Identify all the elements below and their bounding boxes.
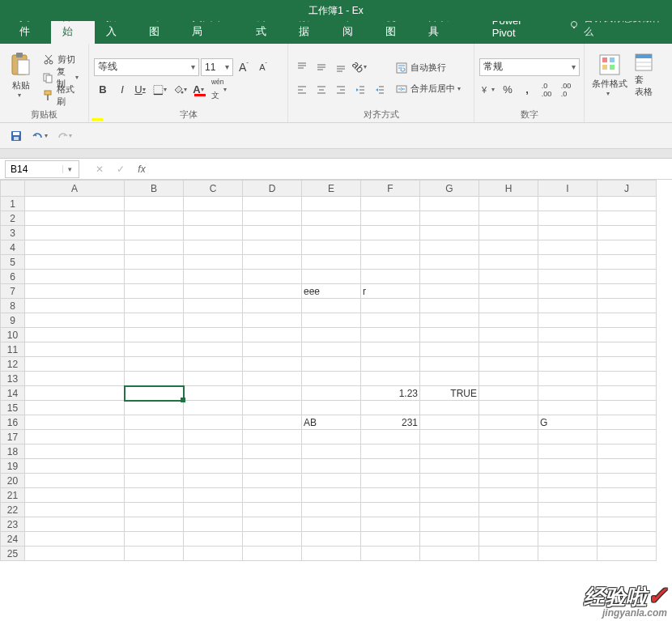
cell-C14[interactable] (184, 386, 243, 401)
cell-J14[interactable] (598, 386, 657, 401)
cell-I11[interactable] (538, 342, 598, 357)
align-right-button[interactable] (332, 81, 350, 99)
cell-G2[interactable] (420, 211, 479, 226)
cell-D16[interactable] (243, 415, 302, 430)
cell-H13[interactable] (479, 372, 538, 386)
cell-B7[interactable] (125, 284, 184, 299)
cell-A15[interactable] (25, 401, 125, 415)
cell-I21[interactable] (538, 488, 598, 503)
cell-D4[interactable] (243, 240, 302, 255)
cell-E7[interactable]: eee (302, 284, 361, 299)
cell-G22[interactable] (420, 503, 479, 517)
cell-C15[interactable] (184, 401, 243, 415)
cell-H16[interactable] (479, 415, 538, 430)
row-header-23[interactable]: 23 (1, 517, 25, 532)
cell-D18[interactable] (243, 444, 302, 459)
cell-E5[interactable] (302, 255, 361, 270)
align-left-button[interactable] (293, 81, 311, 99)
cell-B21[interactable] (125, 488, 184, 503)
cell-I25[interactable] (538, 547, 598, 561)
cell-F1[interactable] (361, 197, 420, 211)
cell-F7[interactable]: r (361, 284, 420, 299)
cell-D20[interactable] (243, 474, 302, 488)
select-all-corner[interactable] (1, 181, 25, 197)
cell-F22[interactable] (361, 503, 420, 517)
cell-C6[interactable] (184, 270, 243, 284)
cell-G4[interactable] (420, 240, 479, 255)
col-header-J[interactable]: J (598, 181, 657, 197)
format-table-button[interactable]: 套 表格 (630, 47, 657, 104)
cell-B25[interactable] (125, 547, 184, 561)
cell-C25[interactable] (184, 547, 243, 561)
cell-A17[interactable] (25, 430, 125, 444)
col-header-H[interactable]: H (479, 181, 538, 197)
cell-B24[interactable] (125, 532, 184, 547)
enter-button[interactable]: ✓ (110, 160, 131, 178)
align-top-button[interactable] (293, 58, 311, 76)
cell-G17[interactable] (420, 430, 479, 444)
cell-C3[interactable] (184, 226, 243, 240)
formula-input[interactable] (152, 160, 672, 178)
cell-G13[interactable] (420, 372, 479, 386)
cell-H7[interactable] (479, 284, 538, 299)
cell-B18[interactable] (125, 444, 184, 459)
cell-A7[interactable] (25, 284, 125, 299)
cell-J19[interactable] (598, 459, 657, 474)
cell-J18[interactable] (598, 444, 657, 459)
cell-F16[interactable]: 231 (361, 415, 420, 430)
cell-I10[interactable] (538, 328, 598, 342)
cell-G1[interactable] (420, 197, 479, 211)
col-header-G[interactable]: G (420, 181, 479, 197)
cell-E11[interactable] (302, 342, 361, 357)
cell-E23[interactable] (302, 517, 361, 532)
cell-I15[interactable] (538, 401, 598, 415)
cell-J22[interactable] (598, 503, 657, 517)
cell-F14[interactable]: 1.23 (361, 386, 420, 401)
cell-J11[interactable] (598, 342, 657, 357)
cell-H8[interactable] (479, 299, 538, 313)
cell-C24[interactable] (184, 532, 243, 547)
cell-B17[interactable] (125, 430, 184, 444)
cell-C16[interactable] (184, 415, 243, 430)
cell-H20[interactable] (479, 474, 538, 488)
cell-H12[interactable] (479, 357, 538, 372)
save-button[interactable] (6, 126, 26, 146)
col-header-E[interactable]: E (302, 181, 361, 197)
cell-C20[interactable] (184, 474, 243, 488)
conditional-format-button[interactable]: 条件格式 ▾ (589, 47, 630, 104)
cell-D6[interactable] (243, 270, 302, 284)
cell-E3[interactable] (302, 226, 361, 240)
cell-F17[interactable] (361, 430, 420, 444)
row-header-1[interactable]: 1 (1, 197, 25, 211)
cell-I8[interactable] (538, 299, 598, 313)
cell-B1[interactable] (125, 197, 184, 211)
cell-E25[interactable] (302, 547, 361, 561)
cell-C1[interactable] (184, 197, 243, 211)
cell-E22[interactable] (302, 503, 361, 517)
cell-D17[interactable] (243, 430, 302, 444)
cell-D15[interactable] (243, 401, 302, 415)
cell-B10[interactable] (125, 328, 184, 342)
cell-G12[interactable] (420, 357, 479, 372)
cancel-button[interactable]: ✕ (89, 160, 110, 178)
increase-decimal-button[interactable]: .0.00 (538, 81, 555, 99)
cell-A4[interactable] (25, 240, 125, 255)
cell-F10[interactable] (361, 328, 420, 342)
cell-J23[interactable] (598, 517, 657, 532)
cell-H18[interactable] (479, 444, 538, 459)
cell-J25[interactable] (598, 547, 657, 561)
cell-F24[interactable] (361, 532, 420, 547)
cell-E4[interactable] (302, 240, 361, 255)
cell-G7[interactable] (420, 284, 479, 299)
cell-B16[interactable] (125, 415, 184, 430)
cell-A13[interactable] (25, 372, 125, 386)
cell-F21[interactable] (361, 488, 420, 503)
cell-H19[interactable] (479, 459, 538, 474)
cell-H4[interactable] (479, 240, 538, 255)
cell-J2[interactable] (598, 211, 657, 226)
cell-H21[interactable] (479, 488, 538, 503)
cell-E17[interactable] (302, 430, 361, 444)
name-box-input[interactable] (6, 164, 62, 175)
wrap-text-button[interactable]: 自动换行 (393, 60, 474, 76)
row-header-21[interactable]: 21 (1, 488, 25, 503)
